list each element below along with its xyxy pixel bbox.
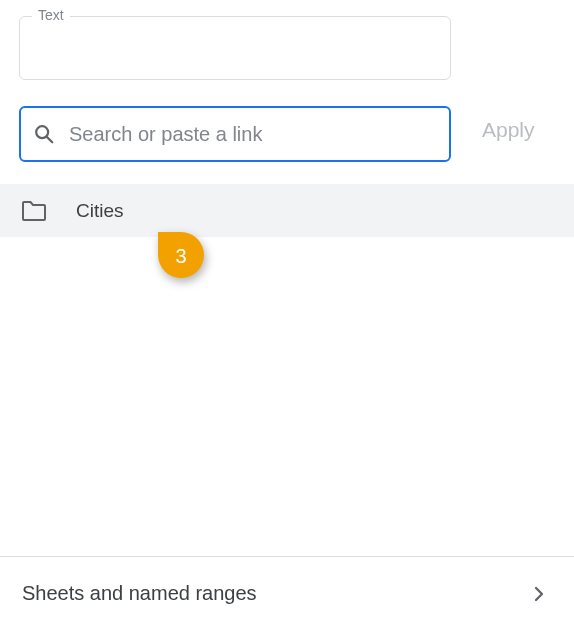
result-row-cities[interactable]: Cities [0, 184, 574, 237]
annotation-number: 3 [158, 232, 204, 278]
text-input[interactable] [34, 35, 436, 69]
search-field[interactable] [19, 106, 451, 162]
chevron-right-icon [530, 585, 548, 603]
text-field[interactable]: Text [19, 16, 451, 80]
svg-line-1 [47, 137, 52, 142]
text-field-label: Text [32, 7, 70, 23]
search-input[interactable] [69, 123, 437, 146]
footer-label: Sheets and named ranges [22, 582, 257, 605]
annotation-pin: 3 [158, 232, 204, 278]
sheet-tab-icon [22, 201, 46, 221]
svg-point-2 [162, 236, 200, 274]
search-icon [33, 123, 55, 145]
apply-button[interactable]: Apply [482, 118, 535, 142]
sheets-and-named-ranges-row[interactable]: Sheets and named ranges [0, 557, 574, 630]
link-dialog: Text Apply Cities [0, 0, 574, 633]
result-label: Cities [76, 200, 124, 222]
svg-rect-3 [162, 236, 181, 255]
